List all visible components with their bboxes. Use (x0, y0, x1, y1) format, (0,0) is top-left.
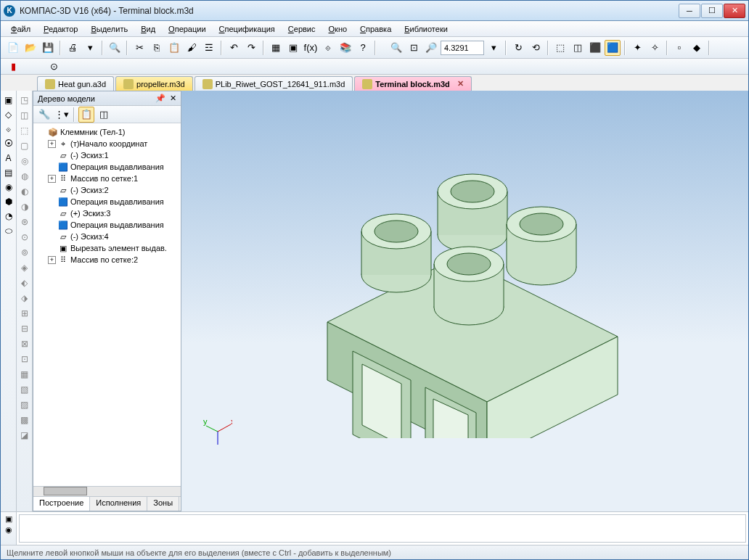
maximize-button[interactable]: ☐ (701, 4, 723, 18)
tool-icon[interactable]: ◉ (5, 525, 12, 535)
tool-icon[interactable]: ◉ (2, 181, 15, 194)
tool-icon[interactable]: ⬗ (18, 292, 31, 305)
tree-node[interactable]: +⌖(т)Начало координат (35, 138, 179, 149)
tool-icon[interactable]: ▢ (18, 139, 31, 152)
tree-node[interactable]: 🟦Операция выдавливания (35, 196, 179, 207)
tool-button[interactable]: ✧ (647, 40, 663, 56)
tool-icon[interactable]: ◫ (18, 109, 31, 122)
document-tab[interactable]: PLib_Riwet_GOST_12641_911.m3d (195, 76, 353, 91)
tree-tool-button[interactable]: ⋮▾ (54, 107, 70, 123)
dropdown-icon[interactable]: ▾ (486, 40, 502, 56)
menu-item[interactable]: Окно (323, 23, 353, 35)
tree-node[interactable]: +⠿Массив по сетке:1 (35, 173, 179, 184)
tool-button[interactable]: ▦ (268, 40, 284, 56)
tree-node[interactable]: ▣Вырезать элемент выдав. (35, 242, 179, 254)
tool-icon[interactable]: ⬚ (18, 124, 31, 137)
tree-node[interactable]: ▱(-) Эскиз:4 (35, 231, 179, 242)
stop-button[interactable]: ▮ (5, 59, 21, 75)
tree-node[interactable]: ▱(-) Эскиз:1 (35, 149, 179, 161)
tool-icon[interactable]: ◐ (18, 185, 31, 198)
pin-icon[interactable]: 📌 (155, 94, 165, 103)
tool-icon[interactable]: ⟐ (2, 123, 15, 136)
tool-icon[interactable]: ◳ (18, 94, 31, 107)
brush-button[interactable]: 🖌 (184, 40, 200, 56)
orbit-button[interactable]: ⟲ (528, 40, 544, 56)
lib-button[interactable]: 📚 (337, 40, 353, 56)
tool-icon[interactable]: ▦ (18, 368, 31, 381)
print-preview-button[interactable]: ▾ (82, 40, 98, 56)
panel-tab[interactable]: Исполнения (90, 497, 147, 511)
fx-button[interactable]: f(x) (303, 40, 319, 56)
panel-hscroll[interactable] (33, 486, 181, 496)
menu-item[interactable]: Файл (5, 23, 36, 35)
tool-button[interactable]: ✦ (629, 40, 645, 56)
tool-icon[interactable]: ◍ (18, 170, 31, 183)
menu-item[interactable]: Справка (354, 23, 397, 35)
tool-icon[interactable]: ⊟ (18, 322, 31, 335)
zoom-button[interactable]: 🔎 (423, 40, 439, 56)
tool-button[interactable]: ▫ (671, 40, 687, 56)
tree-tool-button[interactable]: ◫ (96, 107, 112, 123)
panel-close-icon[interactable]: ✕ (170, 94, 176, 103)
tool-icon[interactable]: ◈ (18, 261, 31, 274)
help-button[interactable]: ? (355, 40, 371, 56)
tree-node[interactable]: ▱(-) Эскиз:2 (35, 184, 179, 196)
view-button[interactable]: ⬛ (587, 40, 603, 56)
save-button[interactable]: 💾 (40, 40, 56, 56)
undo-button[interactable]: ↶ (226, 40, 242, 56)
close-button[interactable]: ✕ (724, 4, 745, 18)
zoom-combo[interactable]: 4.3291 (441, 41, 484, 55)
menu-item[interactable]: Редактор (38, 23, 83, 35)
tool-button[interactable]: ⊙ (46, 59, 62, 75)
tool-icon[interactable]: ◔ (2, 210, 15, 223)
tree-node[interactable]: +⠿Массив по сетке:2 (35, 254, 179, 265)
tool-icon[interactable]: ⊠ (18, 337, 31, 350)
tool-icon[interactable]: ▤ (2, 166, 15, 179)
view-button[interactable]: ⬚ (552, 40, 568, 56)
copy-button[interactable]: ⎘ (149, 40, 165, 56)
menu-item[interactable]: Вид (135, 23, 161, 35)
expand-icon[interactable]: + (48, 175, 56, 183)
tree-tool-button[interactable]: 🔧 (36, 107, 52, 123)
view-button[interactable]: ◫ (570, 40, 586, 56)
tab-close-icon[interactable]: ✕ (457, 79, 464, 88)
tool-icon[interactable]: ⊚ (18, 246, 31, 259)
panel-tab[interactable]: Построение (33, 497, 90, 511)
menu-item[interactable]: Библиотеки (398, 23, 454, 35)
tree-node[interactable]: 📦Клеммник (Тел-1) (35, 126, 179, 138)
3d-viewport[interactable]: x y z (181, 91, 748, 511)
tool-icon[interactable]: ⬭ (2, 224, 15, 237)
tool-icon[interactable]: ⬢ (2, 195, 15, 208)
menu-item[interactable]: Выделить (85, 23, 134, 35)
zoom-in-button[interactable]: 🔍 (388, 40, 404, 56)
minimize-button[interactable]: ─ (679, 4, 700, 18)
open-button[interactable]: 📂 (22, 40, 38, 56)
paste-button[interactable]: 📋 (166, 40, 182, 56)
tool-icon[interactable]: ⊞ (18, 307, 31, 320)
properties-button[interactable]: ☲ (201, 40, 217, 56)
tool-icon[interactable]: ▧ (18, 383, 31, 396)
redo-button[interactable]: ↷ (243, 40, 259, 56)
expand-icon[interactable]: + (48, 256, 56, 264)
document-tab[interactable]: Heat gun.a3d (37, 76, 114, 91)
tree-node[interactable]: 🟦Операция выдавливания (35, 161, 179, 173)
tree-node[interactable]: ▱(+) Эскиз:3 (35, 207, 179, 219)
document-tab[interactable]: propeller.m3d (115, 76, 193, 91)
tool-icon[interactable]: ▣ (5, 514, 12, 524)
model-tree[interactable]: 📦Клеммник (Тел-1)+⌖(т)Начало координат▱(… (33, 123, 181, 486)
command-line-area[interactable] (19, 514, 746, 543)
cut-button[interactable]: ✂ (131, 40, 147, 56)
tool-icon[interactable]: ⊙ (18, 231, 31, 244)
expand-icon[interactable]: + (48, 140, 56, 148)
view-shaded-button[interactable]: 🟦 (605, 40, 621, 56)
document-tab[interactable]: Terminal block.m3d✕ (354, 76, 472, 91)
tool-icon[interactable]: ◎ (18, 155, 31, 168)
tool-button[interactable]: ◆ (689, 40, 705, 56)
menu-item[interactable]: Операции (163, 23, 211, 35)
tool-icon[interactable]: ⦿ (2, 137, 15, 150)
menu-item[interactable]: Спецификация (213, 23, 281, 35)
new-button[interactable]: 📄 (5, 40, 21, 56)
tree-node[interactable]: 🟦Операция выдавливания (35, 219, 179, 231)
tool-icon[interactable]: ◇ (2, 108, 15, 121)
tool-icon[interactable]: ◑ (18, 200, 31, 213)
